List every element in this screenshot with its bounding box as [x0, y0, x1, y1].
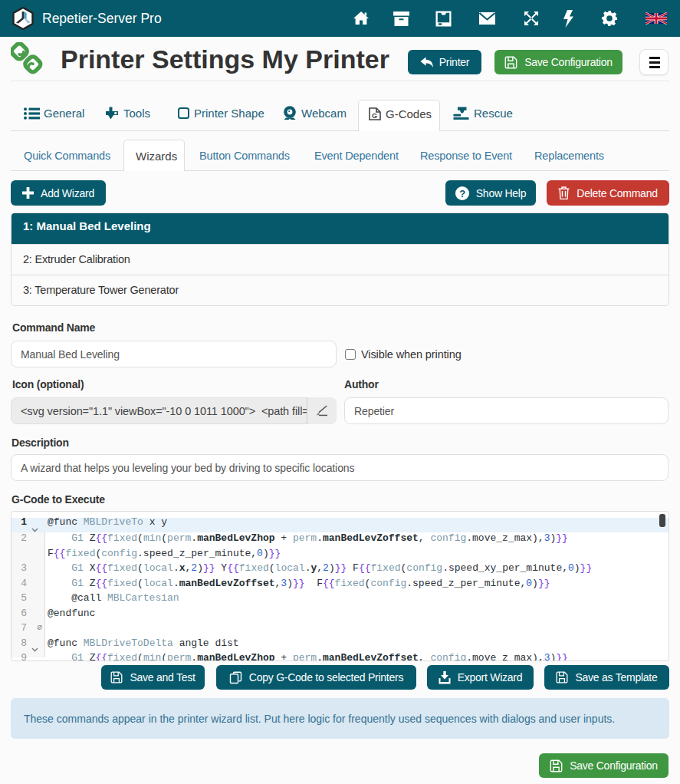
svg-text:G: G: [372, 111, 377, 119]
svg-text:?: ?: [459, 187, 465, 199]
